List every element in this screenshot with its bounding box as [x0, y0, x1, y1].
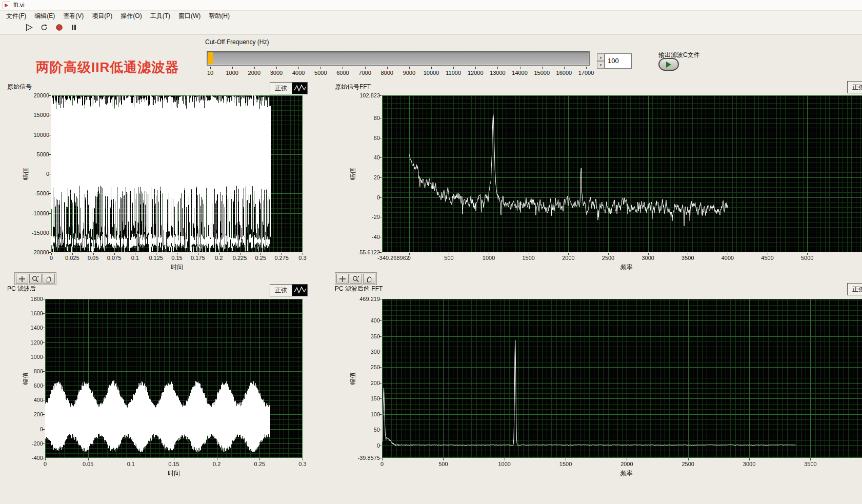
- menu-bar: 文件(F)编辑(E)查看(V)项目(P)操作(O)工具(T)窗口(W)帮助(H): [0, 11, 862, 22]
- x-tick-label: 3500: [665, 255, 711, 261]
- tick-mark: [42, 342, 45, 343]
- export-c-file-button[interactable]: [658, 58, 679, 71]
- slider-scale-label: 17000: [578, 70, 594, 76]
- tick-mark: [379, 177, 382, 178]
- cutoff-numeric-control: ▲ ▼ 100: [597, 53, 632, 69]
- slider-scale-label: 12000: [468, 70, 484, 76]
- decrement-button[interactable]: ▼: [597, 61, 605, 69]
- chart-title: 原始信号: [7, 83, 32, 91]
- tick-mark: [42, 313, 45, 314]
- y-tick-label: 40: [343, 154, 380, 160]
- tick-mark: [174, 458, 174, 460]
- y-tick-label: 102.823: [343, 92, 380, 98]
- tick-mark: [379, 458, 382, 458]
- tick-mark: [42, 443, 45, 444]
- menu-item-operate[interactable]: 操作(O): [116, 11, 146, 22]
- tick-mark: [379, 118, 382, 118]
- tick-mark: [48, 252, 51, 253]
- slider-scale-label: 5000: [314, 70, 327, 76]
- menu-item-file[interactable]: 文件(F): [2, 11, 30, 22]
- menu-item-project[interactable]: 项目(P): [88, 11, 116, 22]
- pan-tool[interactable]: [43, 274, 55, 284]
- abort-button[interactable]: [53, 23, 65, 33]
- pause-button[interactable]: [68, 23, 79, 33]
- legend[interactable]: 正弦: [847, 81, 862, 93]
- plot-area[interactable]: [382, 95, 862, 252]
- x-tick-label: 4500: [745, 255, 791, 261]
- slider-scale-tick: [564, 67, 565, 69]
- legend-series-name: 正弦: [847, 81, 862, 93]
- slider-scale-label: 10: [207, 70, 213, 76]
- y-tick-label: 20000: [12, 92, 49, 98]
- slider-scale-tick: [298, 67, 299, 69]
- y-tick-label: 400: [343, 317, 380, 324]
- slider-scale-tick: [365, 67, 366, 69]
- slider-scale-tick: [520, 67, 520, 69]
- y-tick-label: 0: [6, 426, 43, 432]
- chart-title: PC 滤波后的 FFT: [335, 285, 383, 293]
- abort-icon: [55, 24, 63, 33]
- x-tick-label: 2500: [585, 255, 631, 261]
- slider-scale-tick: [343, 67, 343, 69]
- legend[interactable]: 正弦: [270, 82, 308, 94]
- menu-item-window[interactable]: 窗口(W): [174, 11, 205, 22]
- crosshair-tool[interactable]: [336, 274, 349, 284]
- slider-scale-tick: [276, 67, 277, 69]
- run-button[interactable]: [24, 23, 35, 33]
- menu-item-edit[interactable]: 编辑(E): [30, 11, 59, 22]
- plot-area[interactable]: [51, 95, 303, 252]
- x-tick-label: 500: [426, 255, 472, 261]
- legend[interactable]: 正弦: [270, 284, 308, 296]
- tick-mark: [42, 429, 45, 430]
- cutoff-value-field[interactable]: 100: [605, 53, 632, 69]
- slider-scale-label: 15000: [534, 70, 550, 76]
- x-tick-label: 2000: [604, 461, 650, 467]
- x-tick-label: 0.3: [279, 255, 326, 261]
- cutoff-frequency-slider[interactable]: [207, 51, 590, 66]
- slider-scale-tick: [497, 67, 498, 69]
- tick-mark: [749, 458, 750, 460]
- slider-scale-tick: [387, 67, 388, 69]
- x-axis-label: 频率: [620, 469, 633, 478]
- zoom-tool[interactable]: [29, 274, 42, 284]
- slider-scale-label: 3000: [270, 70, 283, 76]
- tick-mark: [131, 458, 131, 460]
- plot-area[interactable]: [382, 299, 862, 458]
- tick-mark: [48, 233, 51, 233]
- y-tick-label: 469.219: [343, 296, 380, 302]
- run-continuous-button[interactable]: [38, 23, 50, 33]
- toolbar: [0, 22, 862, 35]
- crosshair-tool[interactable]: [16, 274, 28, 284]
- green-arrow-icon: [666, 62, 671, 68]
- tick-mark: [88, 458, 89, 460]
- x-tick-label: 4000: [705, 255, 751, 261]
- tick-mark: [379, 446, 382, 446]
- y-tick-label: 350: [343, 333, 380, 339]
- tick-mark: [529, 253, 529, 255]
- menu-item-help[interactable]: 帮助(H): [205, 11, 234, 22]
- tick-mark: [728, 253, 728, 255]
- tick-mark: [379, 430, 382, 430]
- tick-mark: [45, 458, 46, 460]
- legend[interactable]: 正弦: [847, 283, 862, 295]
- menu-item-tools[interactable]: 工具(T): [146, 11, 174, 22]
- pan-tool[interactable]: [363, 274, 375, 284]
- zoom-tool[interactable]: [350, 274, 362, 284]
- graph-palette: [14, 272, 56, 285]
- x-tick-label: 5000: [784, 255, 830, 261]
- tick-mark: [379, 414, 382, 415]
- y-tick-label: -20: [343, 214, 380, 220]
- y-tick-label: 800: [6, 368, 43, 374]
- increment-button[interactable]: ▲: [597, 53, 605, 61]
- tick-mark: [48, 154, 51, 155]
- tick-mark: [259, 458, 260, 460]
- y-tick-label: -15000: [12, 230, 49, 236]
- slider-scale-tick: [431, 67, 432, 69]
- plot-area[interactable]: [45, 299, 303, 458]
- y-tick-label: 400: [6, 397, 43, 403]
- tick-mark: [379, 352, 382, 352]
- y-tick-label: -39.8575: [343, 455, 380, 461]
- menu-item-view[interactable]: 查看(V): [59, 11, 88, 22]
- x-tick-label: 0.25: [236, 461, 283, 467]
- y-tick-label: -400: [6, 455, 43, 461]
